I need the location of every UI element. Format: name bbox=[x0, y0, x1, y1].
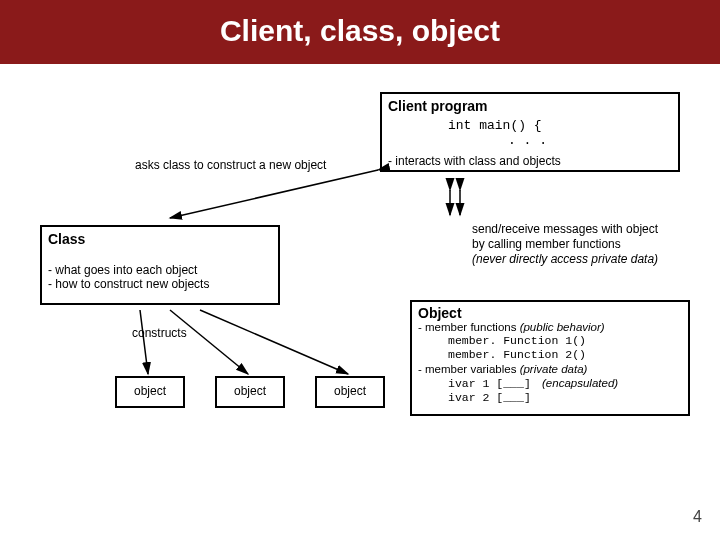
class-heading: Class bbox=[48, 231, 272, 247]
object-box-3: object bbox=[315, 376, 385, 408]
svg-line-0 bbox=[170, 170, 378, 218]
client-heading: Client program bbox=[388, 98, 672, 114]
object-box-2: object bbox=[215, 376, 285, 408]
client-interacts: - interacts with class and objects bbox=[388, 154, 672, 168]
mf-line: - member functions (public behavior) bbox=[418, 320, 682, 334]
msg1: send/receive messages with object bbox=[472, 222, 702, 237]
asks-label: asks class to construct a new object bbox=[135, 158, 326, 172]
mv-note: (private data) bbox=[520, 363, 588, 375]
mv: - member variables bbox=[418, 363, 520, 375]
msg-block: send/receive messages with object by cal… bbox=[472, 222, 702, 267]
iv-row: ivar 1 [___] (encapsulated) bbox=[448, 376, 682, 391]
mf1: member. Function 1() bbox=[448, 334, 682, 348]
client-code-2: . . . bbox=[508, 133, 672, 148]
class-line1: - what goes into each object bbox=[48, 263, 272, 277]
object-desc-box: Object - member functions (public behavi… bbox=[410, 300, 690, 416]
slide-title: Client, class, object bbox=[0, 0, 720, 64]
msg3: (never directly access private data) bbox=[472, 252, 702, 267]
mf2: member. Function 2() bbox=[448, 348, 682, 362]
msg2: by calling member functions bbox=[472, 237, 702, 252]
client-program-box: Client program int main() { . . . - inte… bbox=[380, 92, 680, 172]
enc: (encapsulated) bbox=[542, 377, 618, 389]
constructs-label: constructs bbox=[132, 326, 187, 340]
mv-line: - member variables (private data) bbox=[418, 362, 682, 376]
page-number: 4 bbox=[693, 508, 702, 526]
iv1: ivar 1 [___] bbox=[448, 377, 531, 390]
class-line2: - how to construct new objects bbox=[48, 277, 272, 291]
class-box: Class - what goes into each object - how… bbox=[40, 225, 280, 305]
mf-note: (public behavior) bbox=[520, 321, 605, 333]
object-box-1: object bbox=[115, 376, 185, 408]
iv2: ivar 2 [___] bbox=[448, 391, 682, 405]
svg-line-3 bbox=[140, 310, 148, 374]
svg-line-4 bbox=[170, 310, 248, 374]
mf: - member functions bbox=[418, 321, 520, 333]
svg-line-5 bbox=[200, 310, 348, 374]
client-code-1: int main() { bbox=[448, 118, 672, 133]
object-heading: Object bbox=[418, 306, 682, 320]
